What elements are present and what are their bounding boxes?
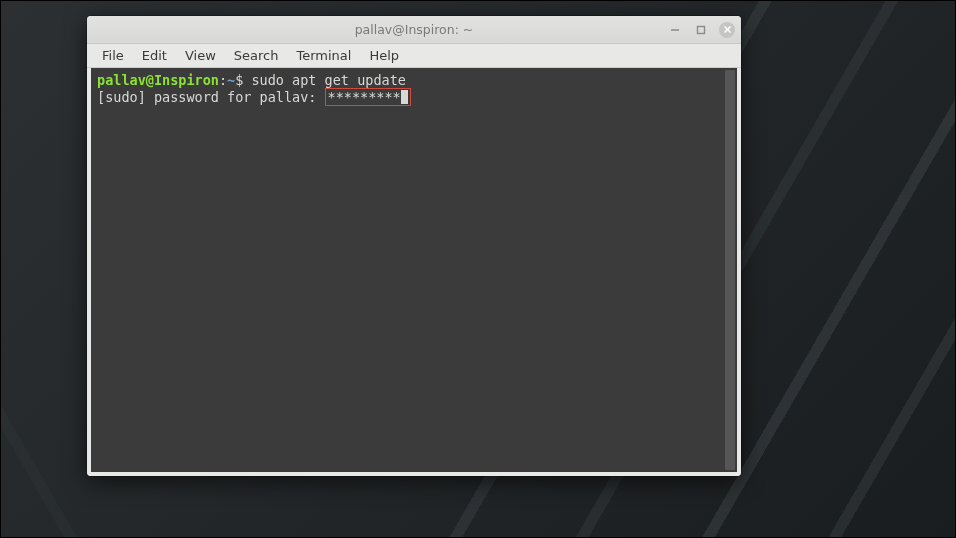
menu-file[interactable]: File: [93, 45, 133, 66]
terminal-cursor: [401, 90, 408, 104]
menubar: File Edit View Search Terminal Help: [87, 44, 741, 68]
password-highlight-box: *********: [325, 88, 411, 106]
prompt-colon: :: [219, 72, 227, 88]
minimize-button[interactable]: [667, 22, 683, 38]
titlebar[interactable]: pallav@Inspiron: ~: [87, 16, 741, 44]
window-title: pallav@Inspiron: ~: [355, 22, 474, 37]
terminal-container: pallav@Inspiron:~$ sudo apt get update […: [87, 68, 741, 476]
close-button[interactable]: [719, 22, 735, 38]
menu-help[interactable]: Help: [360, 45, 408, 66]
terminal-output[interactable]: pallav@Inspiron:~$ sudo apt get update […: [91, 68, 725, 472]
menu-terminal[interactable]: Terminal: [287, 45, 360, 66]
window-controls: [667, 22, 735, 38]
terminal-scrollbar[interactable]: [725, 70, 735, 470]
command-text: sudo apt get update: [251, 72, 405, 88]
menu-search[interactable]: Search: [225, 45, 288, 66]
prompt-user-host: pallav@Inspiron: [97, 72, 219, 88]
menu-view[interactable]: View: [176, 45, 225, 66]
password-masked: *********: [328, 89, 401, 105]
password-prompt-prefix: [sudo] password for pallav:: [97, 89, 325, 105]
prompt-path: ~: [227, 72, 235, 88]
menu-edit[interactable]: Edit: [133, 45, 176, 66]
maximize-button[interactable]: [693, 22, 709, 38]
svg-rect-1: [698, 26, 705, 33]
prompt-symbol: $: [235, 72, 251, 88]
terminal-frame: pallav@Inspiron:~$ sudo apt get update […: [91, 68, 737, 472]
terminal-window: pallav@Inspiron: ~ File Edit View Search…: [87, 16, 741, 476]
